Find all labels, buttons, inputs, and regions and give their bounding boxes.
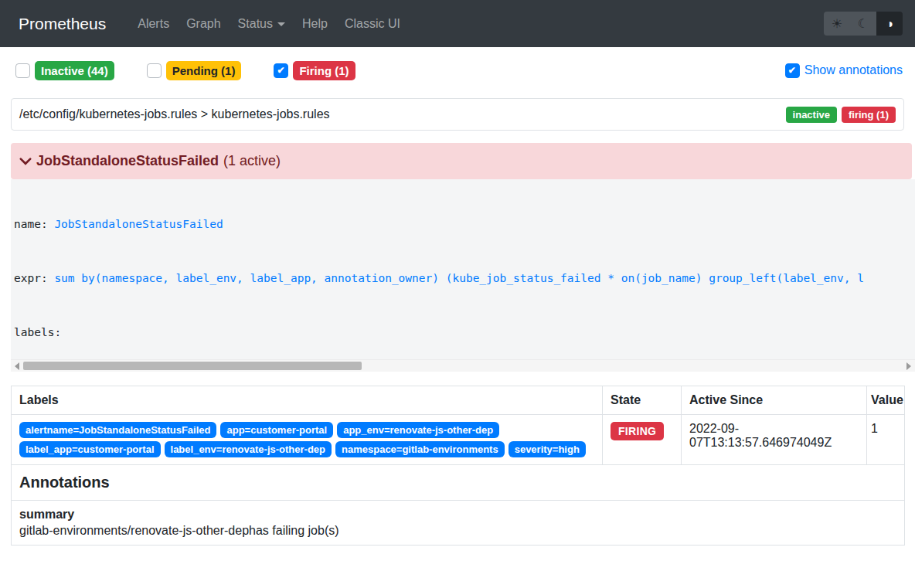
alert-name-link[interactable]: JobStandaloneStatusFailed [54, 218, 223, 230]
firing-checkbox[interactable] [274, 63, 288, 78]
show-annotations-checkbox[interactable] [785, 63, 800, 78]
show-annotations-label: Show annotations [804, 63, 903, 77]
active-since-cell: 2022-09-07T13:13:57.646974049Z [682, 415, 867, 465]
nav-item-status[interactable]: Status [230, 17, 294, 31]
nav-item-graph[interactable]: Graph [178, 17, 229, 31]
nav-links: Alerts Graph Status Help Classic UI [129, 17, 409, 31]
label-badge-label-app: label_app=customer-portal [19, 441, 161, 457]
light-theme-button[interactable]: ☀ [824, 12, 850, 36]
inactive-badge[interactable]: Inactive (44) [35, 61, 114, 80]
filter-pending[interactable]: Pending (1) [147, 61, 242, 80]
code-key-name: name: [14, 218, 54, 230]
label-badge-alertname: alertname=JobStandaloneStatusFailed [19, 422, 216, 438]
code-line: labels: [14, 324, 915, 342]
alerts-filter-bar: Inactive (44) Pending (1) Firing (1) Sho… [15, 60, 903, 80]
alert-rule-name: JobStandaloneStatusFailed [36, 153, 219, 169]
moon-icon: ☾ [858, 16, 869, 31]
value-cell: 1 [867, 415, 905, 465]
labels-column-header: Labels [12, 386, 603, 415]
scroll-right-arrow-icon[interactable] [906, 362, 911, 370]
filter-inactive[interactable]: Inactive (44) [15, 61, 114, 80]
alert-instance-row: alertname=JobStandaloneStatusFailed app=… [12, 415, 905, 465]
nav-item-classic-ui[interactable]: Classic UI [336, 17, 409, 31]
firing-badge[interactable]: Firing (1) [293, 61, 355, 80]
auto-theme-button[interactable]: ◑ [876, 12, 903, 36]
annotations-header-row: Annotations [12, 465, 905, 501]
label-badge-app: app=customer-portal [220, 422, 333, 438]
pending-checkbox[interactable] [147, 63, 162, 78]
inactive-checkbox[interactable] [15, 63, 30, 78]
chevron-down-icon [277, 22, 285, 26]
half-circle-icon: ◑ [886, 17, 893, 31]
dark-theme-button[interactable]: ☾ [850, 12, 876, 36]
state-cell: FIRING [603, 415, 682, 465]
annotation-value: gitlab-environments/renovate-js-other-de… [19, 524, 896, 538]
label-badge-severity: severity=high [509, 441, 586, 457]
annotations-header-cell: Annotations [12, 465, 905, 501]
annotation-cell: summary gitlab-environments/renovate-js-… [12, 501, 905, 546]
sun-icon: ☀ [832, 16, 842, 31]
label-badge-namespace: namespace=gitlab-environments [335, 441, 505, 457]
rule-group-panel: /etc/config/kubernetes-jobs.rules > kube… [11, 98, 904, 131]
value-column-header: Value [867, 386, 905, 415]
code-key-expr: expr: [14, 272, 54, 284]
filter-firing[interactable]: Firing (1) [274, 61, 355, 80]
inactive-count-badge: inactive [786, 107, 837, 123]
chevron-down-icon [19, 155, 32, 168]
horizontal-scrollbar[interactable] [11, 359, 915, 372]
table-header-row: Labels State Active Since Value [12, 386, 905, 415]
firing-state-badge: FIRING [611, 422, 664, 440]
navbar: Prometheus Alerts Graph Status Help Clas… [0, 0, 915, 47]
scrollbar-thumb[interactable] [23, 362, 362, 370]
label-badge-app-env: app_env=renovate-js-other-dep [337, 422, 499, 438]
alert-expr-link[interactable]: sum by(namespace, label_env, label_app, … [54, 272, 864, 284]
labels-cell: alertname=JobStandaloneStatusFailed app=… [12, 415, 603, 465]
state-column-header: State [603, 386, 682, 415]
annotation-row: summary gitlab-environments/renovate-js-… [12, 501, 905, 546]
alert-instances-table: Labels State Active Since Value alertnam… [11, 386, 905, 546]
nav-item-alerts[interactable]: Alerts [129, 17, 178, 31]
scroll-left-arrow-icon[interactable] [15, 362, 19, 370]
code-line-expr: expr: sum by(namespace, label_env, label… [14, 270, 915, 287]
alert-rule-header[interactable]: JobStandaloneStatusFailed (1 active) [11, 143, 912, 179]
alert-rule: JobStandaloneStatusFailed (1 active) nam… [11, 143, 915, 546]
label-badge-label-env: label_env=renovate-js-other-dep [165, 441, 332, 457]
firing-count-badge: firing (1) [842, 107, 896, 123]
code-line-name: name: JobStandaloneStatusFailed [14, 216, 915, 233]
pending-badge[interactable]: Pending (1) [166, 61, 242, 80]
nav-item-help[interactable]: Help [294, 17, 336, 31]
labels-badges: alertname=JobStandaloneStatusFailed app=… [19, 422, 594, 457]
rule-group-badges: inactive firing (1) [786, 107, 896, 123]
theme-toggle-group: ☀ ☾ ◑ [824, 12, 903, 36]
active-since-column-header: Active Since [682, 386, 867, 415]
annotation-name: summary [19, 508, 896, 522]
rule-definition-code: name: JobStandaloneStatusFailed expr: su… [11, 179, 915, 359]
show-annotations-toggle[interactable]: Show annotations [785, 63, 903, 78]
alert-active-count: (1 active) [223, 153, 281, 169]
nav-item-status-label: Status [238, 17, 273, 30]
rule-group-path: /etc/config/kubernetes-jobs.rules > kube… [19, 107, 330, 121]
annotations-title: Annotations [19, 472, 896, 493]
brand-prometheus[interactable]: Prometheus [19, 15, 106, 33]
